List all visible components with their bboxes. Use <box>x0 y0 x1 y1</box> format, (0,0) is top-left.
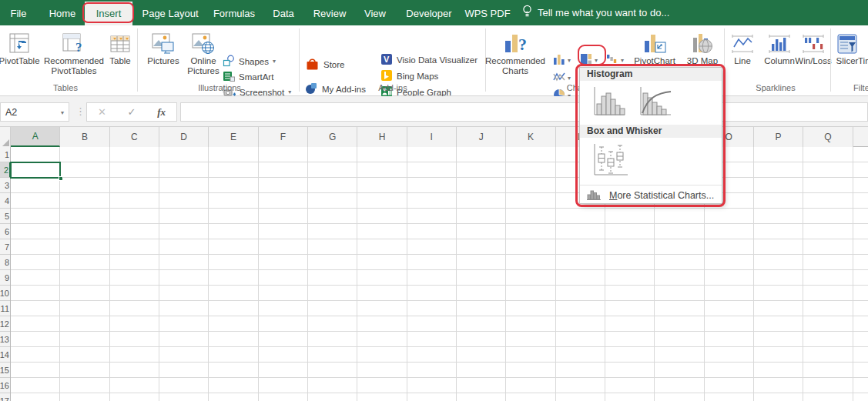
row-header[interactable]: 11 <box>0 301 10 316</box>
table-button[interactable]: Table <box>100 27 140 66</box>
name-box-dropdown-arrow[interactable]: ▾ <box>61 110 64 116</box>
column-header[interactable]: H <box>357 127 407 147</box>
ribbon-tab-bar: File Home Insert Page Layout Formulas Da… <box>0 0 868 25</box>
column-header[interactable]: D <box>159 127 209 147</box>
column-header[interactable]: E <box>209 127 258 147</box>
histogram-chart-option[interactable] <box>589 84 626 122</box>
pictures-label: Pictures <box>147 56 179 66</box>
tab-view[interactable]: View <box>356 2 394 25</box>
name-box[interactable]: A2 ▾ <box>0 102 69 122</box>
screenshot-dropdown-arrow[interactable]: ▾ <box>288 89 291 95</box>
recommended-pivottables-icon: ? <box>62 27 86 56</box>
tab-file[interactable]: File <box>0 2 37 25</box>
waterfall-chart-dropdown-arrow[interactable]: ▾ <box>621 58 624 64</box>
row-header[interactable]: 17 <box>0 393 10 401</box>
column-header[interactable]: A <box>11 127 60 147</box>
column-header[interactable]: I <box>407 127 457 147</box>
row-header[interactable]: 13 <box>0 332 10 347</box>
active-cell-selection[interactable] <box>10 162 61 179</box>
column-header[interactable]: Q <box>803 127 853 147</box>
hierarchy-chart-dropdown-arrow[interactable]: ▾ <box>595 58 598 64</box>
sheet-grid[interactable] <box>11 147 868 401</box>
recommended-charts-button[interactable]: ? Recommended Charts <box>485 27 545 76</box>
pareto-chart-option[interactable] <box>635 84 672 122</box>
row-header[interactable]: 14 <box>0 347 10 363</box>
sparkline-winloss-button[interactable]: Win/Loss <box>799 27 827 66</box>
row-header[interactable]: 9 <box>0 270 10 286</box>
enter-icon[interactable]: ✓ <box>128 106 136 118</box>
ribbon: PivotTable ? Recommended PivotTables Tab… <box>0 25 868 96</box>
row-header[interactable]: 12 <box>0 316 10 332</box>
column-header[interactable]: G <box>308 127 357 147</box>
sparkline-column-button[interactable]: Column <box>761 27 798 66</box>
tab-wps-pdf[interactable]: WPS PDF <box>462 2 513 25</box>
fill-handle[interactable] <box>59 176 63 181</box>
online-pictures-button[interactable]: Online Pictures <box>183 27 223 76</box>
row-header[interactable]: 6 <box>0 224 10 239</box>
pictures-icon <box>152 27 175 56</box>
row-header[interactable]: 15 <box>0 363 10 378</box>
sparkline-column-label: Column <box>764 56 795 66</box>
recommended-charts-icon: ? <box>503 27 528 56</box>
hierarchy-chart-icon <box>580 53 592 69</box>
row-header[interactable]: 5 <box>0 209 10 224</box>
tab-page-layout[interactable]: Page Layout <box>137 2 203 25</box>
column-header[interactable]: J <box>457 127 506 147</box>
slicer-label: Slicer <box>836 56 859 66</box>
tab-developer[interactable]: Developer <box>399 2 459 25</box>
line-chart-dropdown-arrow[interactable]: ▾ <box>568 75 571 82</box>
recommended-pivottables-button[interactable]: ? Recommended PivotTables <box>39 27 109 76</box>
insert-waterfall-chart-button[interactable]: ▾ <box>606 53 624 69</box>
recommended-pivottables-label: Recommended PivotTables <box>39 56 109 76</box>
pictures-button[interactable]: Pictures <box>143 27 183 66</box>
timeline-button[interactable]: Timeline <box>856 27 868 66</box>
column-header[interactable]: K <box>506 127 555 147</box>
row-header[interactable]: 16 <box>0 378 10 393</box>
row-header[interactable]: 4 <box>0 193 10 209</box>
row-header[interactable]: 1 <box>0 147 10 162</box>
add-ins-group-label: Add-ins <box>358 83 427 94</box>
pivotchart-label: PivotChart <box>634 56 675 66</box>
tab-data[interactable]: Data <box>265 2 302 25</box>
formula-input[interactable] <box>180 102 868 122</box>
row-header[interactable]: 8 <box>0 255 10 270</box>
box-whisker-chart-option[interactable] <box>589 141 629 182</box>
column-chart-dropdown-arrow[interactable]: ▾ <box>568 58 571 64</box>
tell-me-box[interactable]: Tell me what you want to do... <box>522 0 669 25</box>
sparkline-line-button[interactable]: Line <box>727 27 758 66</box>
group-divider <box>724 28 725 92</box>
tab-insert[interactable]: Insert <box>85 2 132 25</box>
tell-me-label: Tell me what you want to do... <box>538 7 669 18</box>
more-statistical-charts-item[interactable]: More Statistical Charts... <box>580 185 722 205</box>
column-header[interactable]: C <box>110 127 159 147</box>
column-header[interactable]: P <box>754 127 803 147</box>
row-header[interactable]: 3 <box>0 178 10 193</box>
3d-map-button[interactable]: 3D Map <box>685 27 719 66</box>
visio-data-visualizer-button[interactable]: V Visio Data Visualizer <box>380 53 478 67</box>
shapes-dropdown-arrow[interactable]: ▾ <box>273 58 276 65</box>
more-statistical-charts-icon <box>587 188 602 202</box>
row-header[interactable]: 10 <box>0 286 10 301</box>
histogram-section-header: Histogram <box>580 68 722 81</box>
store-button[interactable]: Store <box>305 58 345 72</box>
formula-bar-strip: A2 ▾ ⋮ ✕ ✓ fx <box>0 96 868 127</box>
smartart-button[interactable]: SmartArt <box>223 70 273 84</box>
column-header[interactable]: B <box>60 127 109 147</box>
tab-home[interactable]: Home <box>42 2 82 25</box>
bing-maps-button[interactable]: Bing Maps <box>380 69 438 83</box>
insert-hierarchy-chart-button[interactable]: ▾ <box>580 53 598 69</box>
row-header[interactable]: 2 <box>0 162 11 178</box>
column-header[interactable]: F <box>259 127 308 147</box>
insert-function-icon[interactable]: fx <box>157 106 166 119</box>
row-header[interactable]: 7 <box>0 239 10 255</box>
group-divider <box>137 28 138 92</box>
pivotchart-button[interactable]: PivotChart <box>632 27 678 66</box>
select-all-corner[interactable] <box>0 127 11 147</box>
tab-formulas[interactable]: Formulas <box>206 2 262 25</box>
shapes-button[interactable]: Shapes ▾ <box>223 55 276 69</box>
sparkline-winloss-label: Win/Loss <box>795 56 831 66</box>
cancel-icon[interactable]: ✕ <box>98 106 106 118</box>
tab-review[interactable]: Review <box>307 2 353 25</box>
insert-column-chart-button[interactable]: ▾ <box>553 53 571 69</box>
formula-bar-grip[interactable]: ⋮ <box>75 105 85 117</box>
